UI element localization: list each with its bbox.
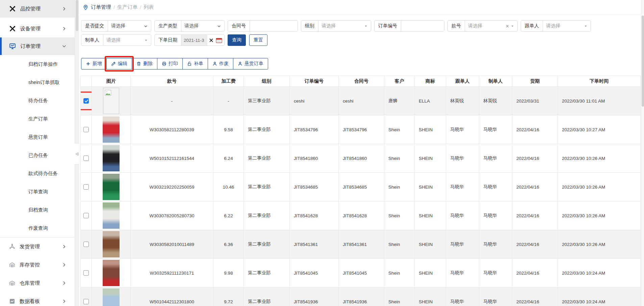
date-clear-button[interactable]: [207, 35, 215, 46]
filter-submit_flag: 是否提交请选择: [81, 20, 151, 32]
filter-order_no-input[interactable]: [404, 21, 444, 31]
sidebar-subitem[interactable]: shein订单抓取: [0, 73, 75, 91]
small-x-icon: [506, 24, 509, 28]
row-checkbox[interactable]: [83, 299, 89, 304]
cell-contract_no: JIT8534685: [339, 173, 384, 201]
filter-merchandiser-select[interactable]: 请选择: [543, 21, 591, 31]
toolbar-button-打印[interactable]: 打印: [157, 58, 183, 69]
cell-customer: Shein: [384, 259, 415, 287]
row-checkbox[interactable]: [83, 127, 89, 132]
toolbar-button-编辑[interactable]: 编辑: [106, 58, 132, 69]
image-cell: [92, 87, 131, 115]
order-date-input[interactable]: 2021-11-3: [181, 35, 207, 46]
row-checkbox[interactable]: [83, 270, 89, 276]
cell-customer: 唐狮: [384, 87, 415, 115]
breadcrumb: 订单管理 / 生产订单 / 列表: [80, 0, 641, 15]
sidebar: 品控管理设备管理订单管理归档订单操作shein订单抓取待办任务生产订单悬赏订单已…: [0, 0, 75, 306]
toolbar-button-悬赏订单[interactable]: 悬赏订单: [233, 58, 268, 69]
sidebar-subitem[interactable]: 归档查询: [0, 201, 75, 219]
product-photo: [103, 174, 120, 200]
cell-ordered_at: 2022/03/30 10:24 AM: [558, 259, 641, 287]
cell-style_no: -: [131, 87, 213, 115]
sidebar-item[interactable]: 品控管理: [0, 0, 75, 18]
toolbar-button-label: 打印: [169, 61, 178, 67]
filter-production_type-placeholder: 请选择: [184, 23, 215, 29]
chevron-right-icon: [62, 299, 67, 304]
sidebar-subitem[interactable]: 订单查询: [0, 183, 75, 201]
cell-style_no: W3030782005280730: [131, 201, 213, 230]
table-row: W30305821122800399.58第二事业部JIT8534796JIT8…: [81, 115, 641, 144]
calendar-icon: [216, 37, 222, 43]
cell-group: 第二事业部: [244, 173, 290, 201]
sidebar-subitem[interactable]: 生产订单: [0, 110, 75, 128]
orders-table-body: --第三事业部ceshiceshi唐狮ELLA林英锐林英锐2022/03/312…: [81, 87, 641, 306]
select-arrow-icon: [217, 24, 221, 28]
sidebar-item-label: 数据看板: [20, 298, 40, 305]
cell-order_no: JIT8541860: [290, 144, 339, 173]
breadcrumb-root[interactable]: 订单管理: [91, 4, 111, 10]
breadcrumb-page: 列表: [144, 4, 154, 10]
cell-maker: 林英锐: [479, 87, 512, 115]
cell-ordered_at: 2022/03/30 10:26 AM: [558, 173, 641, 201]
filter-contract_no-input[interactable]: [253, 21, 298, 31]
sidebar-item[interactable]: 数据看板: [0, 292, 75, 306]
toolbar-button-作废[interactable]: 作废: [208, 58, 233, 69]
column-header: 制单人: [479, 76, 512, 87]
caret-down-icon: [144, 38, 148, 42]
sidebar-item[interactable]: 仓库管理: [0, 274, 75, 292]
chevron-right-icon: [62, 244, 67, 249]
cell-group: 第二事业部: [244, 201, 290, 230]
cell-style_no: W5010152112161544: [131, 144, 213, 173]
row-checkbox[interactable]: [83, 213, 89, 218]
maker-select[interactable]: 请选择: [103, 35, 151, 46]
reset-button[interactable]: 重置: [249, 34, 267, 46]
sidebar-item[interactable]: 库存管控: [0, 256, 75, 274]
row-checkbox[interactable]: [83, 156, 89, 161]
filter-style_no-select[interactable]: 请选择: [465, 21, 517, 31]
cell-fee: 9.58: [213, 115, 244, 144]
cell-delivery: 2022/04/16: [512, 173, 558, 201]
product-photo: [103, 202, 120, 229]
sidebar-item[interactable]: 发货管理: [0, 238, 75, 256]
gear-network-icon: [9, 244, 15, 250]
filter-submit_flag-select[interactable]: 请选择: [108, 21, 151, 31]
sidebar-subitem[interactable]: 归档订单操作: [0, 55, 75, 73]
cell-ordered_at: 2022/03/30 10:27 AM: [558, 115, 641, 144]
toolbar-button-新增[interactable]: 新增: [81, 58, 107, 69]
sidebar-subitem[interactable]: 作废查询: [0, 219, 75, 237]
sidebar-bottom-menu: 发货管理库存管控仓库管理数据看板: [0, 238, 75, 306]
toolbar-button-补单[interactable]: 补单: [182, 58, 208, 69]
sidebar-item[interactable]: 设备管理: [0, 20, 75, 37]
sidebar-subitem[interactable]: 已办任务: [0, 146, 75, 164]
cell-ordered_at: 2022/03/30 10:26 AM: [558, 144, 641, 173]
row-checkbox[interactable]: [83, 184, 89, 190]
sidebar-item[interactable]: 订单管理: [0, 37, 75, 55]
sidebar-scrollbar-thumb[interactable]: [76, 0, 78, 31]
toolbar-button-删除[interactable]: 删除: [132, 58, 157, 69]
row-checkbox[interactable]: [83, 98, 89, 104]
maker-label: 制单人: [81, 35, 103, 46]
filter-production_type-select[interactable]: 请选择: [181, 21, 224, 31]
sidebar-scroll-gap: [75, 0, 79, 306]
cell-group: 第二事业部: [244, 230, 290, 259]
row-checkbox[interactable]: [83, 242, 89, 247]
checkbox-cell: [81, 259, 92, 287]
cell-contract_no: JIT8541045: [339, 259, 384, 287]
date-picker-button[interactable]: [215, 35, 224, 46]
search-button[interactable]: 查询: [228, 34, 246, 46]
breadcrumb-section[interactable]: 生产订单: [117, 4, 137, 10]
table-row: W50101521121615446.24第二事业部JIT8541860JIT8…: [81, 144, 641, 173]
cell-customer: Shein: [384, 201, 415, 230]
sidebar-subitem[interactable]: 款式待办任务: [0, 164, 75, 183]
filter-contract_no: 合同号: [228, 20, 298, 32]
cell-contract_no: JIT8541361: [339, 230, 384, 259]
sidebar-subitem[interactable]: 待办任务: [0, 91, 75, 110]
sidebar-subitem[interactable]: 悬赏订单: [0, 128, 75, 146]
filter-order_no-label: 订单编号: [375, 21, 401, 31]
filter-group-select[interactable]: 请选择: [318, 21, 371, 31]
cell-merchandiser: 马晓华: [446, 287, 479, 306]
cell-contract_no: ceshi: [339, 87, 384, 115]
page-scrollbar-thumb[interactable]: [642, 16, 644, 107]
filter-merchandiser: 跟单人请选择: [521, 20, 591, 32]
toolbar-button-label: 编辑: [118, 61, 127, 67]
